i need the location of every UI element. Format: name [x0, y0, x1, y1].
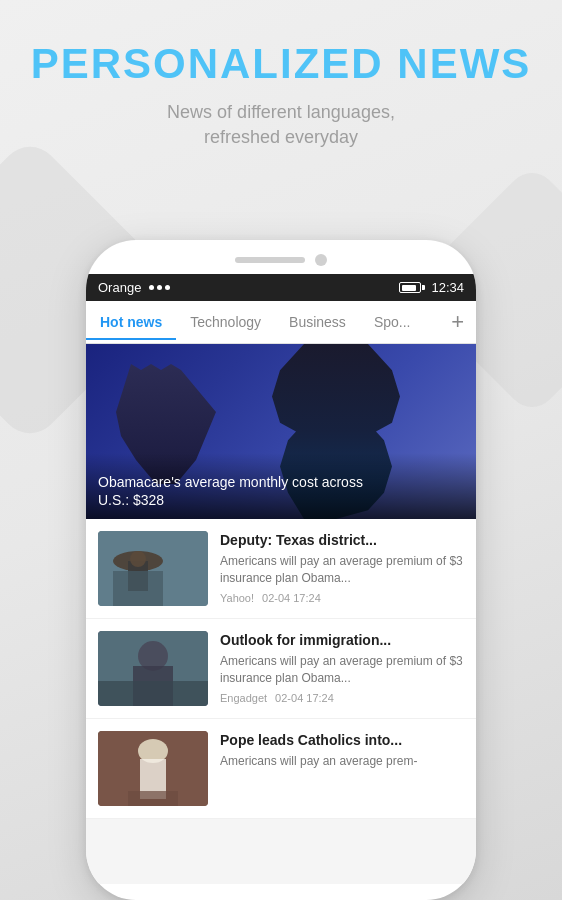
battery-tip: [422, 285, 425, 290]
news-item-3[interactable]: Pope leads Catholics into... Americans w…: [86, 719, 476, 819]
status-bar: Orange 12:34: [86, 274, 476, 301]
tab-sports[interactable]: Spo...: [360, 304, 425, 340]
news-source-2: Engadget: [220, 692, 267, 704]
status-time: 12:34: [431, 280, 464, 295]
page-subtitle: News of different languages,refreshed ev…: [30, 100, 532, 150]
header-section: PERSONALIZED NEWS News of different lang…: [0, 0, 562, 170]
page-title: PERSONALIZED NEWS: [30, 40, 532, 88]
news-thumb-2-image: [98, 631, 208, 706]
news-item-2[interactable]: Outlook for immigration... Americans wil…: [86, 619, 476, 719]
signal-dot-2: [157, 285, 162, 290]
news-desc-2: Americans will pay an average premium of…: [220, 653, 464, 687]
status-left: Orange: [98, 280, 170, 295]
phone-screen: Orange 12:34 Hot news Techno: [86, 274, 476, 884]
phone-top-bar: [86, 240, 476, 274]
tab-technology[interactable]: Technology: [176, 304, 275, 340]
hero-image[interactable]: Obamacare's average monthly cost acrossU…: [86, 344, 476, 519]
tab-bar: Hot news Technology Business Spo... +: [86, 301, 476, 344]
svg-rect-4: [113, 571, 163, 606]
tab-add-button[interactable]: +: [439, 301, 476, 343]
news-thumb-2: [98, 631, 208, 706]
news-meta-1: Yahoo! 02-04 17:24: [220, 592, 464, 604]
news-content-2: Outlook for immigration... Americans wil…: [220, 631, 464, 704]
phone-speaker: [235, 257, 305, 263]
svg-point-3: [130, 551, 146, 567]
news-title-3: Pope leads Catholics into...: [220, 731, 464, 749]
news-title-2: Outlook for immigration...: [220, 631, 464, 649]
tab-business[interactable]: Business: [275, 304, 360, 340]
news-list: Deputy: Texas district... Americans will…: [86, 519, 476, 819]
battery-body: [399, 282, 421, 293]
svg-rect-8: [98, 681, 208, 706]
hero-overlay: Obamacare's average monthly cost acrossU…: [86, 453, 476, 519]
news-desc-1: Americans will pay an average premium of…: [220, 553, 464, 587]
phone-mockup: Orange 12:34 Hot news Techno: [86, 240, 476, 900]
news-source-1: Yahoo!: [220, 592, 254, 604]
news-desc-3: Americans will pay an average prem-: [220, 753, 464, 770]
news-item-1[interactable]: Deputy: Texas district... Americans will…: [86, 519, 476, 619]
tab-hot-news[interactable]: Hot news: [86, 304, 176, 340]
battery-fill: [402, 285, 416, 291]
news-thumb-1: [98, 531, 208, 606]
news-content-3: Pope leads Catholics into... Americans w…: [220, 731, 464, 775]
news-thumb-3-image: [98, 731, 208, 806]
battery-icon: [399, 282, 425, 293]
signal-dots: [149, 285, 170, 290]
svg-rect-12: [128, 791, 178, 806]
news-time-1: 02-04 17:24: [262, 592, 321, 604]
carrier-name: Orange: [98, 280, 141, 295]
signal-dot-1: [149, 285, 154, 290]
status-right: 12:34: [399, 280, 464, 295]
news-content-1: Deputy: Texas district... Americans will…: [220, 531, 464, 604]
news-thumb-1-image: [98, 531, 208, 606]
news-thumb-3: [98, 731, 208, 806]
news-title-1: Deputy: Texas district...: [220, 531, 464, 549]
signal-dot-3: [165, 285, 170, 290]
news-meta-2: Engadget 02-04 17:24: [220, 692, 464, 704]
hero-caption: Obamacare's average monthly cost acrossU…: [98, 473, 464, 509]
phone-camera: [315, 254, 327, 266]
news-time-2: 02-04 17:24: [275, 692, 334, 704]
